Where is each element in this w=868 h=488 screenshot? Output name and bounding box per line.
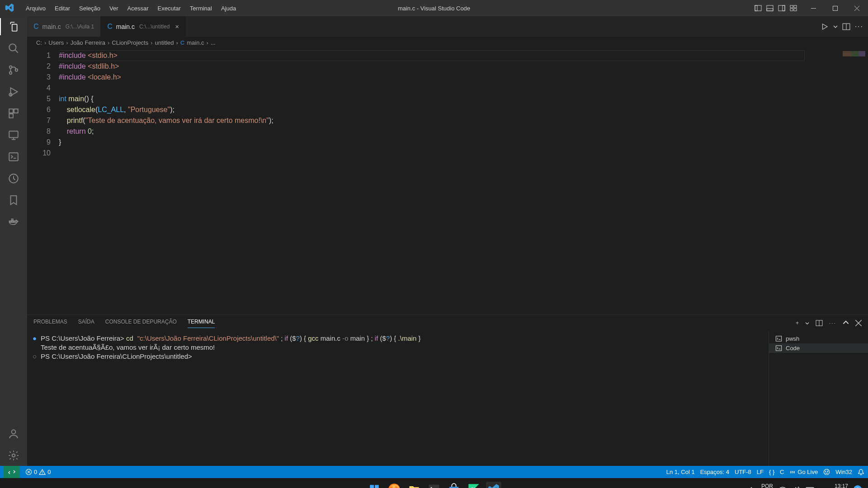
- window-maximize-button[interactable]: [825, 0, 845, 16]
- firefox-icon[interactable]: [387, 482, 402, 488]
- notification-badge[interactable]: 2: [854, 485, 862, 488]
- panel-close-icon[interactable]: [855, 320, 862, 326]
- battery-icon[interactable]: [806, 486, 816, 488]
- svg-point-27: [12, 430, 16, 434]
- store-icon[interactable]: [446, 482, 462, 488]
- terminal-dropdown-icon[interactable]: [805, 321, 809, 325]
- layout-grid-icon[interactable]: [788, 3, 798, 13]
- wifi-icon[interactable]: [778, 485, 787, 488]
- feedback-icon[interactable]: [823, 469, 830, 475]
- panel: PROBLEMASSAÍDACONSOLE DE DEPURAÇÃOTERMIN…: [27, 314, 868, 466]
- run-debug-icon[interactable]: [8, 86, 19, 98]
- docker-icon[interactable]: [8, 216, 19, 228]
- clion-icon[interactable]: CL: [466, 482, 481, 488]
- menu-arquivo[interactable]: Arquivo: [22, 2, 50, 14]
- close-tab-icon[interactable]: ×: [175, 23, 179, 30]
- settings-gear-icon[interactable]: [8, 450, 19, 461]
- testing-icon[interactable]: [8, 173, 19, 184]
- language-mode[interactable]: { } C: [769, 469, 784, 475]
- run-dropdown-icon[interactable]: [833, 24, 838, 29]
- new-terminal-icon[interactable]: +: [796, 320, 799, 326]
- breadcrumb-segment[interactable]: main.c: [187, 39, 204, 46]
- breadcrumb-segment[interactable]: João Ferreira: [71, 39, 105, 46]
- explorer-icon[interactable]: [8, 21, 19, 33]
- terminal-instance[interactable]: Code: [769, 343, 868, 353]
- menu-ver[interactable]: Ver: [105, 2, 123, 14]
- split-editor-icon[interactable]: [842, 23, 850, 31]
- breadcrumb-segment[interactable]: CLionProjects: [112, 39, 148, 46]
- encoding[interactable]: UTF-8: [735, 469, 751, 475]
- terminal-output[interactable]: ● PS C:\Users\João Ferreira> cd "c:\User…: [27, 331, 769, 466]
- platform[interactable]: Win32: [835, 469, 852, 475]
- code-editor[interactable]: #include <stdio.h>#include <stdlib.h>#in…: [59, 48, 814, 314]
- window-close-button[interactable]: [846, 0, 867, 16]
- menu-terminal[interactable]: Terminal: [186, 2, 216, 14]
- language-indicator[interactable]: PORPTB2: [760, 483, 773, 488]
- volume-icon[interactable]: [792, 485, 800, 488]
- remote-explorer-icon[interactable]: [8, 129, 19, 141]
- svg-rect-0: [755, 5, 761, 11]
- panel-tab-terminal[interactable]: TERMINAL: [188, 319, 215, 328]
- split-terminal-icon[interactable]: [816, 320, 823, 326]
- accounts-icon[interactable]: [8, 428, 19, 440]
- windows-taskbar: CL PORPTB2 13:1723/08/2023 2: [0, 478, 868, 488]
- clock[interactable]: 13:1723/08/2023: [821, 483, 848, 488]
- svg-point-13: [9, 66, 12, 68]
- tab-filename: main.c: [42, 23, 61, 30]
- go-live[interactable]: Go Live: [789, 469, 818, 475]
- panel-tab-saída[interactable]: SAÍDA: [78, 319, 94, 328]
- layout-bottom-icon[interactable]: [765, 3, 775, 13]
- tray-chevron-icon[interactable]: [749, 487, 754, 488]
- breadcrumb-segment[interactable]: C:: [36, 39, 42, 46]
- menu-seleção[interactable]: Seleção: [75, 2, 104, 14]
- panel-maximize-icon[interactable]: [843, 320, 849, 326]
- file-explorer-icon[interactable]: [406, 482, 422, 488]
- panel-more-icon[interactable]: ···: [829, 320, 836, 326]
- notifications-icon[interactable]: [858, 469, 864, 475]
- layout-left-icon[interactable]: [753, 3, 763, 13]
- indentation[interactable]: Espaços: 4: [700, 469, 729, 475]
- svg-point-41: [827, 471, 828, 472]
- breadcrumb-segment[interactable]: ...: [211, 39, 216, 46]
- vscode-taskbar-icon[interactable]: [486, 482, 501, 488]
- menu-ajuda[interactable]: Ajuda: [217, 2, 240, 14]
- svg-rect-43: [375, 485, 379, 488]
- chevron-right-icon: ›: [108, 39, 109, 46]
- breadcrumb[interactable]: C:›Users›João Ferreira›CLionProjects›unt…: [27, 37, 868, 48]
- terminal-instance[interactable]: pwsh: [769, 334, 868, 343]
- editor-tab[interactable]: Cmain.cC:\...\untitled×: [101, 16, 186, 37]
- terminal-app-icon[interactable]: [426, 482, 442, 488]
- eol[interactable]: LF: [757, 469, 764, 475]
- window-minimize-button[interactable]: [803, 0, 824, 16]
- editor-more-icon[interactable]: ···: [855, 23, 863, 31]
- source-control-icon[interactable]: [8, 64, 19, 76]
- terminal-list: pwshCode: [769, 331, 868, 466]
- window-title: main.c - Visual Studio Code: [398, 5, 470, 12]
- svg-point-15: [15, 69, 18, 71]
- breadcrumb-segment[interactable]: untitled: [155, 39, 174, 46]
- panel-tab-console-de-depuração[interactable]: CONSOLE DE DEPURAÇÃO: [105, 319, 177, 328]
- editor-tab[interactable]: Cmain.cG:\...\Aula 1: [27, 16, 101, 37]
- layout-right-icon[interactable]: [777, 3, 787, 13]
- remote-indicator[interactable]: [4, 466, 20, 478]
- problems-count[interactable]: 0 0: [25, 469, 51, 475]
- svg-rect-1: [755, 5, 757, 11]
- svg-rect-9: [794, 9, 797, 11]
- extensions-icon[interactable]: [8, 108, 19, 119]
- breadcrumb-segment[interactable]: Users: [48, 39, 64, 46]
- run-file-icon[interactable]: [821, 23, 829, 31]
- c-file-icon: C: [180, 39, 184, 46]
- terminal-icon: [775, 335, 782, 342]
- start-menu-icon[interactable]: [367, 482, 382, 488]
- minimap[interactable]: [814, 48, 868, 314]
- search-icon[interactable]: [8, 42, 19, 54]
- menu-editar[interactable]: Editar: [51, 2, 74, 14]
- panel-tab-problemas[interactable]: PROBLEMAS: [33, 319, 67, 328]
- menu-acessar[interactable]: Acessar: [123, 2, 153, 14]
- svg-rect-10: [811, 8, 816, 9]
- svg-rect-8: [790, 9, 793, 11]
- terminal-panel-icon[interactable]: [8, 151, 19, 163]
- menu-executar[interactable]: Executar: [154, 2, 185, 14]
- cursor-position[interactable]: Ln 1, Col 1: [666, 469, 695, 475]
- bookmarks-icon[interactable]: [8, 194, 19, 206]
